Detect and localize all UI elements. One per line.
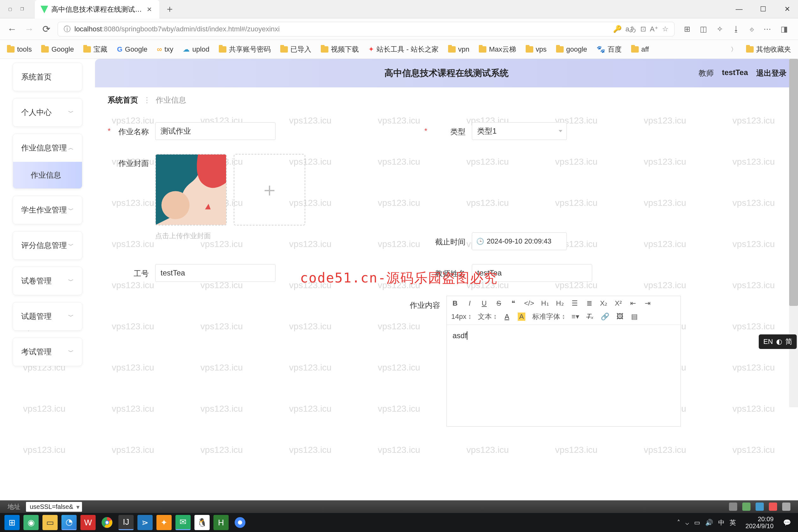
- bookmark-baidu[interactable]: 🐾百度: [596, 45, 622, 54]
- tray-clock[interactable]: 20:09 2024/9/10: [741, 515, 778, 530]
- system-tray[interactable]: ˄ ⌵ ▭ 🔊 中 英 20:09 2024/9/10 💬: [672, 515, 796, 530]
- sidebar-item-personal[interactable]: 个人中心﹀: [13, 98, 82, 126]
- taskbar-app-heidisql[interactable]: H: [213, 515, 229, 530]
- editor-ol-button[interactable]: ☰: [571, 299, 578, 307]
- taskbar-app-explorer[interactable]: ▭: [42, 515, 58, 530]
- editor-bold-button[interactable]: B: [451, 299, 459, 307]
- cover-upload-button[interactable]: ＋: [234, 154, 305, 226]
- tray-battery-icon[interactable]: ▭: [694, 519, 700, 526]
- editor-link-button[interactable]: 🔗: [601, 312, 609, 321]
- editor-heading-select[interactable]: 文本▴▾: [478, 312, 496, 321]
- editor-video-button[interactable]: ▤: [631, 312, 639, 321]
- reader-icon[interactable]: ⊡: [640, 25, 646, 33]
- editor-content-area[interactable]: asdf: [447, 325, 681, 426]
- page-scrollbar[interactable]: [789, 59, 798, 407]
- nav-refresh-button[interactable]: ⟳: [40, 23, 52, 35]
- ime-indicator[interactable]: EN◐简: [759, 335, 797, 349]
- bookmark-vps[interactable]: vps: [526, 45, 547, 54]
- bookmark-tools[interactable]: tools: [7, 45, 32, 54]
- taskbar-app-360[interactable]: ◉: [23, 515, 39, 530]
- taskbar-app-wps[interactable]: W: [80, 515, 96, 530]
- tray-ime-en[interactable]: 英: [729, 518, 736, 527]
- bookmark-maxcloud[interactable]: Max云梯: [479, 45, 516, 54]
- taskbar-app-chrome2[interactable]: [232, 515, 248, 530]
- bookmark-google[interactable]: Google: [41, 45, 74, 54]
- sidebar-item-question[interactable]: 试题管理﹀: [13, 302, 82, 330]
- new-tab-button[interactable]: ＋: [165, 2, 174, 16]
- dev-icon-5[interactable]: [782, 502, 791, 511]
- profile-icon[interactable]: ▢: [6, 5, 15, 14]
- tab-close-button[interactable]: ×: [145, 4, 154, 14]
- editor-h1-button[interactable]: H₁: [541, 299, 549, 307]
- nav-forward-button[interactable]: →: [23, 24, 35, 35]
- password-icon[interactable]: 🔑: [613, 25, 622, 33]
- editor-strike-button[interactable]: S: [495, 299, 502, 307]
- address-bar[interactable]: ⓘ localhost:8080/springbootb7wby/admin/d…: [58, 22, 674, 36]
- devbar-combo[interactable]: useSSL=false&: [26, 502, 82, 512]
- input-worknum[interactable]: [155, 264, 276, 282]
- collections-icon[interactable]: ✧: [717, 25, 723, 34]
- dev-icon-1[interactable]: [729, 502, 737, 511]
- sidebar-toggle-icon[interactable]: ◨: [781, 25, 788, 34]
- extensions-icon[interactable]: ⊞: [684, 25, 690, 34]
- bookmark-zhanzhang[interactable]: ✦站长工具 - 站长之家: [368, 45, 439, 54]
- translate-icon[interactable]: aあ: [625, 24, 636, 34]
- editor-code-button[interactable]: </>: [524, 299, 534, 307]
- tabs-icon[interactable]: ❐: [18, 5, 26, 14]
- editor-indent-button[interactable]: ⇥: [644, 299, 651, 307]
- sidebar-item-score[interactable]: 评分信息管理﹀: [13, 231, 82, 259]
- more-icon[interactable]: ⋯: [763, 25, 771, 34]
- tray-wifi-icon[interactable]: ⌵: [685, 519, 689, 526]
- editor-highlight-button[interactable]: A: [518, 312, 525, 321]
- editor-sup-button[interactable]: X²: [615, 299, 622, 307]
- taskbar-app-edge[interactable]: ◔: [61, 515, 77, 530]
- tray-up-icon[interactable]: ˄: [677, 519, 680, 526]
- bookmark-google3[interactable]: google: [556, 45, 587, 54]
- sidebar-sub-homework-info[interactable]: 作业信息: [13, 162, 82, 188]
- bookmark-share[interactable]: 共享账号密码: [219, 45, 271, 54]
- window-maximize-button[interactable]: ☐: [759, 5, 767, 13]
- taskbar-app-todesk[interactable]: ✦: [156, 515, 172, 530]
- taskbar-app-intellij[interactable]: IJ: [118, 515, 134, 530]
- input-homework-name[interactable]: [155, 122, 276, 140]
- sidebar-item-home[interactable]: 系统首页: [13, 63, 82, 91]
- bookmark-txy[interactable]: ∞txy: [157, 45, 173, 54]
- window-minimize-button[interactable]: —: [735, 5, 743, 13]
- taskbar-app-qq[interactable]: 🐧: [194, 515, 210, 530]
- editor-quote-button[interactable]: ❝: [510, 299, 517, 307]
- editor-image-button[interactable]: 🖼: [616, 312, 624, 321]
- editor-sub-button[interactable]: X₂: [600, 299, 608, 307]
- editor-textcolor-button[interactable]: A: [503, 312, 511, 321]
- window-close-button[interactable]: ✕: [783, 5, 792, 13]
- editor-italic-button[interactable]: I: [466, 299, 473, 307]
- editor-ul-button[interactable]: ≣: [586, 299, 593, 307]
- breadcrumb-home[interactable]: 系统首页: [108, 95, 138, 105]
- cover-thumbnail[interactable]: [155, 154, 227, 226]
- editor-align-button[interactable]: ≡▾: [572, 312, 579, 321]
- bookmark-baozang[interactable]: 宝藏: [83, 45, 107, 54]
- bookmark-google2[interactable]: GGoogle: [117, 45, 147, 54]
- split-icon[interactable]: ◫: [700, 25, 707, 34]
- dev-icon-3[interactable]: [756, 502, 764, 511]
- bookmarks-overflow-chevron[interactable]: 〉: [731, 45, 737, 53]
- bookmark-vpn[interactable]: vpn: [448, 45, 469, 54]
- input-teacher[interactable]: [472, 264, 592, 282]
- sidebar-item-exam[interactable]: 考试管理﹀: [13, 338, 82, 366]
- downloads-icon[interactable]: ⭳: [733, 25, 740, 34]
- taskbar-start-button[interactable]: ⊞: [4, 515, 20, 530]
- taskbar-app-vscode[interactable]: ⋗: [137, 515, 153, 530]
- bookmark-imported[interactable]: 已导入: [280, 45, 311, 54]
- bookmark-other[interactable]: 其他收藏夹: [746, 45, 791, 54]
- sidebar-item-student-hw[interactable]: 学生作业管理﹀: [13, 196, 82, 224]
- sidebar-item-paper[interactable]: 试卷管理﹀: [13, 267, 82, 295]
- dev-icon-2[interactable]: [742, 502, 750, 511]
- editor-fontsize-select[interactable]: 14px▴▾: [451, 312, 471, 321]
- tray-notifications-icon[interactable]: 💬: [783, 519, 791, 526]
- editor-fontfamily-select[interactable]: 标准字体▴▾: [532, 312, 565, 321]
- select-type[interactable]: [472, 122, 567, 140]
- editor-h2-button[interactable]: H₂: [556, 299, 564, 307]
- nav-back-button[interactable]: ←: [6, 24, 18, 35]
- bookmark-aff[interactable]: aff: [631, 45, 649, 54]
- taskbar-app-chrome[interactable]: [99, 515, 115, 530]
- bookmark-video[interactable]: 视频下载: [321, 45, 359, 54]
